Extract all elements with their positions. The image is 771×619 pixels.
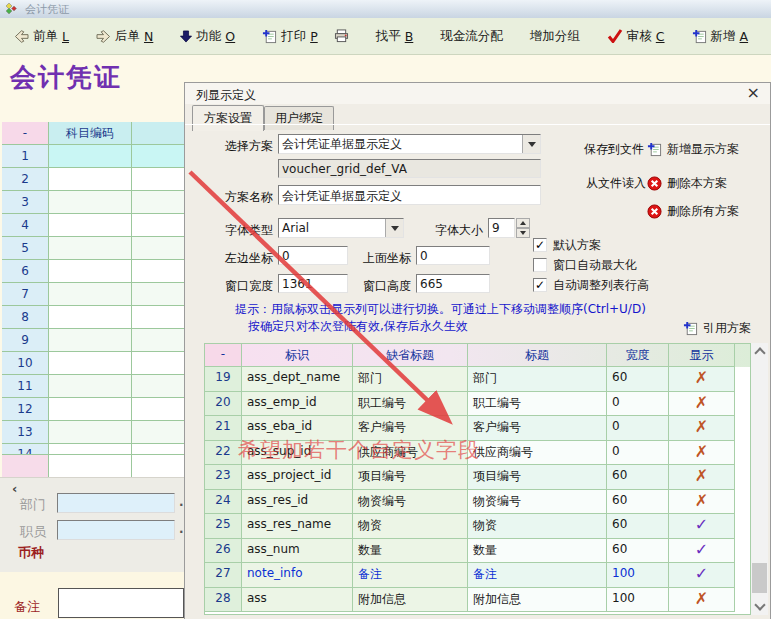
add-group-button[interactable]: 增加分组 (530, 28, 580, 45)
default-title-cell[interactable]: 物资 (353, 514, 468, 539)
display-toggle-cell[interactable]: ✓ (669, 563, 735, 588)
grid-row[interactable]: 4 (2, 214, 186, 237)
subject-code-cell[interactable] (49, 191, 132, 214)
width-cell[interactable]: 0 (607, 392, 669, 417)
grid-row[interactable]: 1 (2, 145, 186, 168)
grid-cell[interactable] (132, 398, 186, 421)
grid-row[interactable]: 2 (2, 168, 186, 191)
close-icon[interactable]: × (747, 85, 760, 101)
window-height-input[interactable]: 665 (416, 274, 490, 293)
grid-cell[interactable] (132, 283, 186, 306)
title-cell[interactable]: 数量 (468, 539, 607, 564)
field-id-cell[interactable]: ass_project_id (242, 465, 353, 490)
delete-current-scheme-button[interactable]: 删除本方案 (647, 175, 727, 192)
checkbox-2[interactable]: ✓自动调整列表行高 (533, 277, 649, 293)
left-coord-input[interactable]: 0 (278, 246, 348, 265)
add-display-scheme-button[interactable]: 新增显示方案 (647, 141, 739, 158)
chevron-down-icon[interactable] (385, 219, 403, 237)
window-width-input[interactable]: 1361 (278, 274, 348, 293)
row-number-cell[interactable]: 24 (205, 490, 242, 515)
column-header[interactable]: 标题 (468, 344, 607, 367)
width-cell[interactable]: 60 (607, 465, 669, 490)
chevron-down-icon[interactable] (522, 135, 540, 153)
table-row[interactable]: 27note_info备注备注100✓ (205, 563, 750, 588)
spinner-up-icon[interactable] (516, 218, 530, 228)
default-title-cell[interactable]: 数量 (353, 539, 468, 564)
field-id-cell[interactable]: ass_res_id (242, 490, 353, 515)
title-cell[interactable]: 备注 (468, 563, 607, 588)
row-number-cell[interactable]: 1 (2, 145, 49, 168)
display-toggle-cell[interactable]: ✗ (669, 367, 735, 392)
title-cell[interactable]: 客户编号 (468, 416, 607, 441)
row-number-cell[interactable]: 21 (205, 416, 242, 441)
title-cell[interactable]: 项目编号 (468, 465, 607, 490)
row-number-cell[interactable]: 28 (205, 588, 242, 613)
subject-code-cell[interactable] (49, 260, 132, 283)
width-cell[interactable]: 100 (607, 563, 669, 588)
grid-cell[interactable] (132, 214, 186, 237)
field-id-cell[interactable]: ass_dept_name (242, 367, 353, 392)
scheme-name-input[interactable]: 会计凭证单据显示定义 (278, 185, 541, 205)
save-to-file-button[interactable]: 保存到文件 (584, 141, 644, 158)
field-id-cell[interactable]: ass (242, 588, 353, 613)
column-header[interactable]: 显示 (669, 344, 735, 367)
window-titlebar[interactable]: 会计凭证 (0, 0, 771, 18)
grid-cell[interactable] (132, 306, 186, 329)
display-toggle-cell[interactable]: ✗ (669, 465, 735, 490)
voucher-grid[interactable]: -科目编码1234567891011121314 (2, 122, 186, 478)
default-title-cell[interactable]: 职工编号 (353, 392, 468, 417)
table-row[interactable]: 24ass_res_id物资编号物资编号60✗ (205, 490, 750, 515)
table-row[interactable]: 22ass_sup_id供应商编号供应商编号0✗ (205, 441, 750, 466)
scheme-select[interactable]: 会计凭证单据显示定义 (278, 134, 541, 154)
print-button[interactable]: 打印P (262, 28, 318, 45)
grid-row[interactable]: 3 (2, 191, 186, 214)
read-from-file-button[interactable]: 从文件读入 (586, 175, 646, 192)
field-id-cell[interactable]: ass_num (242, 539, 353, 564)
grid-row[interactable]: 13 (2, 421, 186, 444)
font-size-input[interactable]: 9 (488, 218, 515, 238)
cashflow-button[interactable]: 现金流分配 (440, 28, 503, 45)
title-cell[interactable]: 物资 (468, 514, 607, 539)
row-number-cell[interactable]: 12 (2, 398, 49, 421)
display-toggle-cell[interactable]: ✗ (669, 588, 735, 613)
field-id-cell[interactable]: ass_res_name (242, 514, 353, 539)
new-button[interactable]: 新增A (692, 28, 749, 45)
row-number-cell[interactable]: 20 (205, 392, 242, 417)
columns-table[interactable]: -标识缺省标题标题宽度显示19ass_dept_name部门部门60✗20ass… (204, 343, 751, 615)
grid-row[interactable]: 12 (2, 398, 186, 421)
table-row[interactable]: 23ass_project_id项目编号项目编号60✗ (205, 465, 750, 490)
column-header[interactable]: 缺省标题 (353, 344, 468, 367)
subject-code-cell[interactable] (49, 421, 132, 444)
display-toggle-cell[interactable]: ✗ (669, 441, 735, 466)
subject-code-cell[interactable] (49, 306, 132, 329)
delete-all-schemes-button[interactable]: 删除所有方案 (647, 203, 739, 220)
balance-button[interactable]: 找平B (376, 28, 414, 45)
subject-code-cell[interactable] (49, 352, 132, 375)
display-toggle-cell[interactable]: ✗ (669, 490, 735, 515)
grid-row[interactable]: 5 (2, 237, 186, 260)
scrollbar-thumb[interactable] (752, 563, 767, 593)
grid-cell[interactable] (132, 145, 186, 168)
display-toggle-cell[interactable]: ✗ (669, 416, 735, 441)
collapse-panel-icon[interactable]: ‹ (12, 481, 17, 496)
width-cell[interactable]: 0 (607, 441, 669, 466)
grid-cell[interactable] (49, 444, 132, 455)
row-number-cell[interactable]: 25 (205, 514, 242, 539)
grid-cell[interactable] (132, 260, 186, 283)
row-number-cell[interactable]: 22 (205, 441, 242, 466)
grid-row[interactable]: 7 (2, 283, 186, 306)
prev-doc-button[interactable]: 前单L (14, 28, 69, 45)
grid-cell[interactable] (132, 191, 186, 214)
width-cell[interactable]: 60 (607, 514, 669, 539)
default-title-cell[interactable]: 项目编号 (353, 465, 468, 490)
title-cell[interactable]: 附加信息 (468, 588, 607, 613)
row-number-cell[interactable]: 10 (2, 352, 49, 375)
audit-button[interactable]: 审核C (607, 28, 665, 45)
next-doc-button[interactable]: 后单N (96, 28, 153, 45)
checkbox-box[interactable] (533, 258, 547, 272)
scroll-up-icon[interactable] (751, 343, 768, 360)
grid-cell[interactable] (132, 237, 186, 260)
grid-row[interactable]: 10 (2, 352, 186, 375)
row-number-cell[interactable]: 23 (205, 465, 242, 490)
grid-row-partial[interactable]: 14 (2, 444, 186, 455)
